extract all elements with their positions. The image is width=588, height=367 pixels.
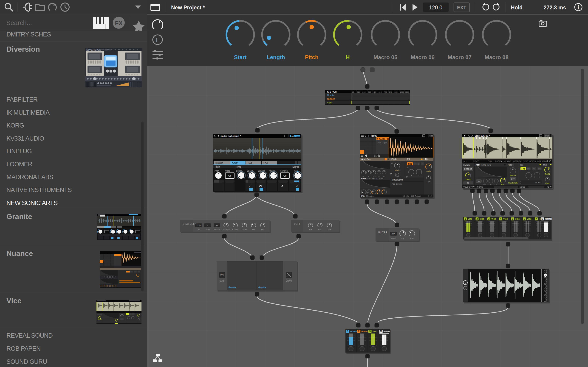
svg-text:Amp Env: Amp Env	[361, 158, 371, 161]
svg-text:NONE: NONE	[519, 186, 525, 188]
svg-text:Pan: Pan	[427, 181, 431, 183]
svg-text:REVERSE: REVERSE	[508, 182, 518, 184]
svg-text:125.0: 125.0	[523, 160, 528, 162]
svg-text:3: 3	[207, 224, 208, 227]
svg-text:END: END	[488, 160, 492, 162]
svg-text:SR: SR	[309, 228, 312, 231]
svg-text:Add Layer: Add Layer	[378, 142, 387, 144]
svg-text:1/16: 1/16	[197, 224, 201, 227]
svg-text:2: 2	[476, 218, 478, 220]
svg-text:SYNTHESIZER: SYNTHESIZER	[100, 49, 111, 51]
svg-text:Master: Master	[384, 330, 390, 333]
svg-text:Output: Output	[415, 195, 421, 197]
svg-text:Stereo: Stereo	[292, 166, 299, 168]
svg-text:Reverse: Reverse	[280, 170, 288, 172]
svg-text:Env1: Env1	[361, 177, 366, 180]
svg-text:84C: 84C	[389, 91, 392, 93]
svg-text:CHOKE: CHOKE	[504, 160, 511, 162]
svg-text:Mix: Mix	[261, 228, 264, 231]
svg-text:Pad 01 / 01: Pad 01 / 01	[379, 138, 389, 140]
svg-text:GAIN: GAIN	[545, 173, 550, 175]
svg-text:Grain: Grain	[232, 161, 238, 164]
svg-text:72C: 72C	[384, 91, 387, 93]
svg-text:F: F	[422, 163, 423, 165]
svg-text:Vice: Vice	[515, 218, 520, 220]
svg-text:NONE: NONE	[536, 182, 541, 184]
svg-text:2.0736: 2.0736	[495, 160, 501, 162]
svg-text:Length: Length	[267, 54, 285, 60]
svg-text:120.0: 120.0	[429, 5, 442, 10]
svg-text:4: 4	[500, 218, 502, 220]
svg-text:Unit: Unit	[197, 228, 200, 231]
svg-text:Pitch: Pitch	[395, 169, 399, 172]
svg-text:Macro 05: Macro 05	[373, 54, 397, 60]
svg-text:H: H	[346, 54, 350, 60]
svg-text:PITCH: PITCH	[508, 164, 514, 166]
svg-text:Mapping: Mapping	[366, 195, 374, 197]
svg-text:60C: 60C	[379, 91, 382, 93]
svg-text:Bits: Bits	[318, 228, 322, 231]
svg-text:F: F	[415, 163, 416, 165]
svg-text:+2: +2	[547, 186, 549, 188]
svg-text:272.3 ms: 272.3 ms	[544, 5, 566, 10]
svg-text:FX: FX	[527, 168, 530, 170]
svg-text:Granite: Granite	[258, 286, 266, 289]
svg-text:Vice: Vice	[480, 218, 484, 220]
svg-text:SENS: SENS	[465, 178, 471, 181]
svg-text:Macro 08: Macro 08	[485, 54, 509, 60]
svg-text:FX: FX	[538, 168, 541, 170]
svg-text:24C: 24C	[363, 91, 366, 93]
svg-text:8: 8	[545, 274, 546, 276]
svg-text:OFF: OFF	[513, 160, 517, 162]
svg-text:PITCH: PITCH	[510, 174, 516, 177]
svg-text:RATE: RATE	[483, 183, 488, 185]
svg-text:2*1: 2*1	[220, 274, 224, 276]
svg-text:LOFI: LOFI	[294, 223, 300, 225]
svg-text:M: M	[541, 218, 543, 220]
svg-text:7: 7	[536, 218, 537, 220]
svg-text:Granite: Granite	[327, 94, 335, 97]
svg-text:Mix: Mix	[328, 228, 331, 231]
svg-text:Res: Res	[252, 228, 256, 231]
svg-text:48C: 48C	[373, 91, 376, 93]
svg-text:5: 5	[512, 218, 513, 220]
svg-text:Grid: Grid	[220, 280, 225, 282]
svg-text:Wrap: Wrap	[225, 170, 230, 172]
svg-text:CUT: CUT	[545, 135, 549, 137]
svg-text:FX2: FX2	[263, 161, 268, 164]
svg-text:Off: Off	[284, 175, 286, 177]
svg-text:Vice-125-01 *: Vice-125-01 *	[475, 134, 490, 137]
svg-text:SENS: SENS	[98, 319, 102, 320]
svg-text:FX1: FX1	[408, 163, 412, 165]
svg-text:Pitch: Pitch	[305, 54, 319, 60]
svg-text:DIVERSION: DIVERSION	[86, 48, 101, 51]
svg-text:Cut: Cut	[401, 237, 405, 240]
svg-text:1+2: 1+2	[428, 195, 432, 197]
svg-text:X-Over: X-Over	[232, 228, 239, 231]
svg-text:0C: 0C	[352, 91, 354, 93]
svg-text:ALL: ALL	[464, 160, 467, 162]
svg-text:kit 02: kit 02	[371, 134, 377, 137]
svg-text:Off: Off	[411, 195, 414, 197]
svg-text:Pitch: Pitch	[215, 166, 220, 168]
svg-text:12C: 12C	[357, 91, 360, 93]
svg-text:Macro 07: Macro 07	[448, 54, 472, 60]
svg-text:120C: 120C	[405, 91, 409, 93]
svg-text:x2: x2	[216, 224, 218, 227]
svg-text:R: R	[496, 183, 497, 185]
svg-text:Vice: Vice	[491, 218, 496, 220]
svg-text:1: 1	[465, 218, 466, 220]
svg-text:Glide: Glide	[395, 176, 399, 178]
svg-text:01: 01	[467, 182, 469, 184]
svg-text:BPM: BPM	[517, 160, 521, 162]
svg-text:OFF: OFF	[477, 180, 481, 182]
svg-text:FX: FX	[533, 168, 536, 170]
svg-text:2: 2	[358, 330, 359, 333]
svg-text:Nuance: Nuance	[327, 98, 335, 100]
svg-text:START: START	[473, 160, 479, 162]
svg-text:Granite: Granite	[350, 330, 357, 333]
svg-text:Mix: Mix	[425, 158, 429, 161]
svg-text:FX1: FX1	[521, 168, 525, 170]
svg-text:PAN: PAN	[545, 182, 549, 184]
svg-text:Vice: Vice	[503, 218, 508, 220]
